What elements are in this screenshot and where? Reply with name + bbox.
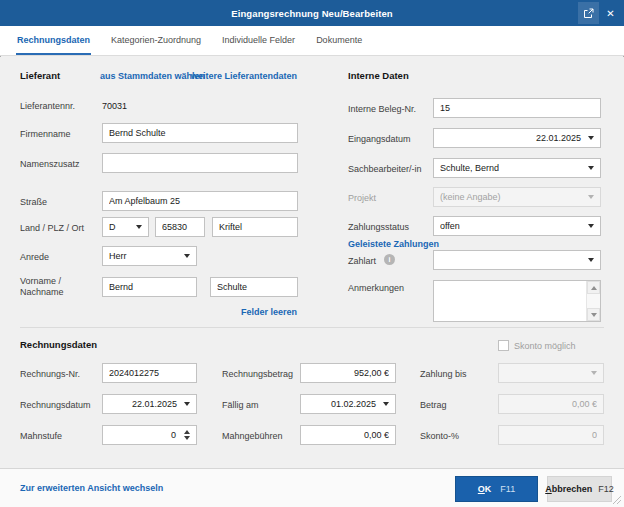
ok-button[interactable]: OK F11 [455, 476, 538, 502]
close-icon: ✕ [606, 8, 614, 19]
zahlung-bis-select [498, 363, 604, 383]
lieferant-section-title: Lieferant [20, 70, 60, 81]
window-title: Eingangsrechnung Neu/Bearbeiten [231, 8, 392, 19]
rechnungs-nr-input[interactable] [102, 363, 197, 383]
chevron-down-icon [184, 254, 190, 258]
ort-input[interactable] [212, 217, 298, 237]
tab-label: Individuelle Felder [222, 35, 295, 45]
skonto-moeglich-label: Skonto möglich [514, 341, 576, 352]
info-icon[interactable]: i [384, 254, 395, 265]
spinner [181, 428, 193, 442]
aus-stammdaten-link[interactable]: aus Stammdaten wählen [100, 71, 205, 81]
zahlungsstatus-select[interactable]: offen [433, 216, 601, 236]
firmenname-label: Firmenname [20, 129, 71, 140]
skonto-prozent-label: Skonto-% [420, 431, 459, 442]
section-divider [20, 327, 604, 328]
anmerkungen-textarea[interactable] [434, 281, 586, 321]
chevron-down-icon [184, 402, 190, 406]
faellig-am-label: Fällig am [222, 400, 259, 411]
anrede-label: Anrede [20, 252, 49, 263]
tab-label: Kategorien-Zuordnung [111, 35, 201, 45]
zahlungsstatus-value: offen [440, 221, 460, 231]
strasse-input[interactable] [102, 191, 298, 211]
interne-beleg-nr-label: Interne Beleg-Nr. [348, 104, 416, 115]
weitere-lieferantendaten-link[interactable]: weitere Lieferantendaten [191, 71, 297, 81]
lieferantennr-label: Lieferantennr. [20, 101, 75, 112]
zahlart-select[interactable] [433, 250, 601, 270]
lieferantennr-value: 70031 [102, 101, 127, 111]
ok-shortcut: F11 [500, 484, 515, 494]
anrede-value: Herr [109, 251, 127, 261]
zahlung-bis-label: Zahlung bis [420, 369, 467, 380]
mahngebuehren-label: Mahngebühren [222, 431, 283, 442]
plz-input[interactable] [155, 217, 205, 237]
faellig-am-value: 01.02.2025 [307, 399, 389, 409]
sachbearbeiter-label: Sachbearbeiter/-in [348, 164, 422, 175]
titlebar: Eingangsrechnung Neu/Bearbeiten ✕ [0, 0, 624, 26]
popout-button[interactable] [578, 2, 599, 24]
chevron-down-icon [588, 195, 594, 199]
resize-grip[interactable] [611, 494, 622, 505]
anrede-select[interactable]: Herr [102, 246, 197, 266]
chevron-down-icon [136, 225, 142, 229]
tab-kategorien-zuordnung[interactable]: Kategorien-Zuordnung [110, 26, 202, 55]
anmerkungen-label: Anmerkungen [348, 283, 404, 294]
spinner-down-icon[interactable] [184, 436, 190, 440]
tab-label: Rechnungsdaten [17, 35, 90, 45]
felder-leeren-link[interactable]: Felder leeren [241, 307, 297, 317]
rechnungsdatum-select[interactable]: 22.01.2025 [102, 394, 197, 414]
close-button[interactable]: ✕ [600, 2, 621, 24]
tab-individuelle-felder[interactable]: Individuelle Felder [221, 26, 296, 55]
rechnungs-nr-label: Rechnungs-Nr. [20, 369, 80, 380]
eingangsdatum-label: Eingangsdatum [348, 134, 411, 145]
chevron-down-icon [588, 258, 594, 262]
land-plz-ort-label: Land / PLZ / Ort [20, 223, 84, 234]
vorname-nachname-label: Vorname / Nachname [20, 276, 92, 298]
skonto-prozent-input [498, 425, 604, 445]
sachbearbeiter-value: Schulte, Bernd [440, 163, 499, 173]
nachname-input[interactable] [210, 277, 298, 297]
zahlart-label: Zahlart [348, 256, 376, 267]
tab-label: Dokumente [316, 35, 362, 45]
interne-daten-section-title: Interne Daten [348, 70, 409, 81]
mahnstufe-stepper[interactable]: 0 [102, 425, 197, 445]
interne-beleg-nr-input[interactable] [433, 98, 601, 118]
rechnungsdatum-value: 22.01.2025 [109, 399, 190, 409]
scroll-up-icon[interactable] [587, 281, 600, 294]
vorname-input[interactable] [102, 277, 197, 297]
footer: Zur erweiterten Ansicht wechseln OK F11 … [0, 468, 624, 507]
betrag-label: Betrag [420, 400, 447, 411]
ok-label: OK [478, 484, 492, 494]
rechnungsdatum-label: Rechnungsdatum [20, 400, 91, 411]
geleistete-zahlungen-link[interactable]: Geleistete Zahlungen [348, 239, 439, 249]
spinner-up-icon[interactable] [184, 430, 190, 434]
erweiterte-ansicht-link[interactable]: Zur erweiterten Ansicht wechseln [20, 483, 163, 493]
eingangsdatum-value: 22.01.2025 [440, 133, 594, 143]
chevron-down-icon [588, 166, 594, 170]
strasse-label: Straße [20, 197, 47, 208]
tab-rechnungsdaten[interactable]: Rechnungsdaten [16, 26, 91, 55]
namenszusatz-label: Namenszusatz [20, 159, 80, 170]
tabbar: Rechnungsdaten Kategorien-Zuordnung Indi… [0, 26, 624, 56]
cancel-shortcut: F12 [598, 484, 614, 494]
firmenname-input[interactable] [102, 123, 298, 143]
sachbearbeiter-select[interactable]: Schulte, Bernd [433, 158, 601, 178]
cancel-button[interactable]: Abbrechen F12 [547, 476, 612, 502]
rechnungsdaten-section-title: Rechnungsdaten [20, 339, 97, 350]
betrag-input [498, 394, 604, 414]
anmerkungen-field [433, 280, 601, 322]
mahnstufe-value: 0 [109, 430, 190, 440]
rechnungsbetrag-input[interactable] [300, 363, 396, 383]
faellig-am-select[interactable]: 01.02.2025 [300, 394, 396, 414]
projekt-value: (keine Angabe) [440, 192, 501, 202]
tab-dokumente[interactable]: Dokumente [315, 26, 363, 55]
eingangsdatum-select[interactable]: 22.01.2025 [433, 128, 601, 148]
mahngebuehren-input[interactable] [300, 425, 396, 445]
scroll-down-icon[interactable] [587, 308, 600, 321]
skonto-moeglich-checkbox[interactable] [498, 340, 509, 351]
popout-icon [583, 8, 594, 19]
namenszusatz-input[interactable] [102, 153, 298, 173]
land-select[interactable]: D [102, 217, 149, 237]
scrollbar[interactable] [586, 281, 600, 321]
zahlungsstatus-label: Zahlungsstatus [348, 222, 409, 233]
